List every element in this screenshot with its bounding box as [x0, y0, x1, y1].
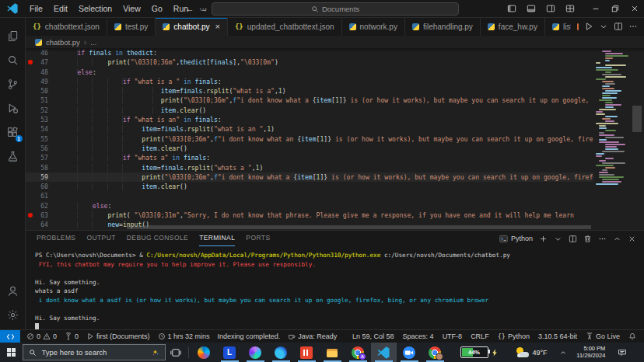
minimap[interactable]: [593, 48, 630, 230]
status-eol-sequence[interactable]: CRLF: [471, 332, 489, 340]
hidden-icons-button[interactable]: [558, 343, 569, 362]
panel-tab-debug-console[interactable]: DEBUG CONSOLE: [127, 231, 188, 246]
nav-back-button[interactable]: ←: [184, 0, 196, 17]
activity-run-and-debug[interactable]: [0, 96, 26, 120]
run-dropdown-button[interactable]: [599, 22, 608, 31]
remote-indicator[interactable]: [0, 330, 20, 343]
code-line[interactable]: 51 print("\033[0;36m",f"i dont know what…: [26, 96, 593, 105]
breakpoint-icon[interactable]: [28, 213, 33, 218]
breakpoint-gutter[interactable]: [26, 182, 34, 191]
code-line[interactable]: 49 if "what is a " in finals:: [26, 77, 593, 86]
vertical-scrollbar-thumb[interactable]: [632, 106, 642, 132]
code-line[interactable]: 59 print("\033[0;36m",f"i dont know what…: [26, 172, 593, 182]
code-line[interactable]: 46 if finals in thedict:: [26, 48, 593, 57]
status-ports[interactable]: 0: [65, 332, 79, 340]
code-line[interactable]: 61: [26, 191, 593, 200]
code-line[interactable]: 50 item=finals.rsplit("what is a",1): [26, 86, 593, 96]
tab-notwork.py[interactable]: notwork.py: [342, 17, 405, 36]
code-line[interactable]: 47 print("\033[0;36m",thedict[finals],"\…: [26, 57, 593, 67]
menu-selection[interactable]: Selection: [73, 0, 117, 17]
taskbar-app-designer[interactable]: [243, 343, 268, 362]
weather-widget[interactable]: 49°F: [516, 343, 548, 362]
status-notifications[interactable]: [628, 332, 636, 340]
panel-tab-output[interactable]: OUTPUT: [86, 231, 115, 246]
editor-more-actions-button[interactable]: [628, 22, 638, 31]
terminal-dropdown-button[interactable]: [554, 235, 562, 243]
tab-face_hw.py[interactable]: face_hw.py: [481, 17, 545, 36]
breakpoint-gutter[interactable]: [26, 144, 34, 153]
breakpoint-gutter[interactable]: [26, 86, 34, 96]
breakpoint-gutter[interactable]: [26, 96, 34, 105]
close-panel-button[interactable]: [628, 235, 636, 243]
activity-extensions[interactable]: 1: [0, 120, 26, 144]
status-problems[interactable]: 00: [26, 332, 57, 340]
breakpoint-gutter[interactable]: [26, 48, 34, 57]
breakpoint-gutter[interactable]: [26, 77, 34, 86]
kill-terminal-button[interactable]: [583, 235, 592, 243]
taskbar-app-file-explorer[interactable]: [320, 343, 345, 362]
taskbar-app-vscode[interactable]: [371, 343, 397, 362]
breakpoint-gutter[interactable]: [26, 115, 34, 124]
start-button[interactable]: [0, 343, 23, 362]
code-line[interactable]: 54 item=finals.rsplit("what is an ",1): [26, 124, 593, 134]
status-encoding[interactable]: UTF-8: [443, 332, 463, 340]
breakpoint-gutter[interactable]: [26, 201, 34, 211]
run-python-file-button[interactable]: [584, 22, 593, 31]
code-line[interactable]: 62 else:: [26, 201, 593, 211]
tab-filehandling.py[interactable]: filehandling.py: [405, 17, 481, 36]
tab-updated_chatbottext.json[interactable]: {}updated_chatbottext.json: [228, 17, 342, 36]
breakpoint-gutter[interactable]: [26, 220, 34, 229]
taskbar-app-edge[interactable]: [268, 343, 294, 362]
taskbar-app-chrome-profile-1[interactable]: A: [345, 343, 371, 362]
activity-explorer[interactable]: [0, 24, 26, 48]
panel-tab-problems[interactable]: PROBLEMS: [37, 231, 75, 246]
menu-file[interactable]: File: [24, 0, 48, 17]
breadcrumb-file[interactable]: chatbot.py: [46, 38, 80, 47]
code-line[interactable]: 52 item.clear(): [26, 106, 593, 115]
status-java-status[interactable]: Java: Ready: [288, 332, 337, 340]
restore-button[interactable]: [605, 0, 625, 17]
activity-testing[interactable]: [0, 144, 26, 169]
horizontal-scrollbar-thumb[interactable]: [127, 225, 591, 229]
panel-tab-ports[interactable]: PORTS: [246, 231, 270, 246]
activity-source-control[interactable]: [0, 72, 26, 96]
breakpoint-gutter[interactable]: [26, 153, 34, 162]
status-indentation[interactable]: Spaces: 4: [403, 332, 434, 340]
activity-search[interactable]: [0, 48, 26, 72]
status-language-mode[interactable]: {}Python: [498, 332, 530, 340]
taskbar-app-app-l[interactable]: L: [217, 343, 243, 362]
taskbar-search[interactable]: Type here to search: [23, 344, 166, 360]
split-editor-button[interactable]: [614, 22, 623, 31]
taskbar-app-zoom[interactable]: [397, 343, 422, 362]
taskbar-app-copilot[interactable]: [191, 343, 217, 362]
new-terminal-button[interactable]: [539, 235, 548, 243]
menu-go[interactable]: Go: [146, 0, 168, 17]
breakpoint-gutter[interactable]: [26, 172, 34, 182]
breakpoint-gutter[interactable]: [26, 57, 34, 67]
customize-layout-button[interactable]: [560, 0, 579, 17]
activity-accounts[interactable]: [0, 279, 26, 303]
taskbar-app-red-app[interactable]: [294, 343, 320, 362]
code-line[interactable]: 58 item=finals.rsplit("whats a ",1): [26, 163, 593, 172]
menu-view[interactable]: View: [117, 0, 146, 17]
menu-edit[interactable]: Edit: [48, 0, 73, 17]
terminal[interactable]: PS C:\Users\novsh\Documents> & C:/Users/…: [35, 251, 641, 330]
battery-widget[interactable]: 44%: [460, 343, 499, 362]
status-python-version[interactable]: 3.10.5 64-bit: [538, 332, 577, 340]
toggle-panel-button[interactable]: [521, 0, 541, 17]
breakpoint-gutter[interactable]: [26, 124, 34, 134]
status-go-live[interactable]: Go Live: [586, 332, 620, 340]
status-cursor-position[interactable]: Ln 59, Col 58: [352, 332, 394, 340]
breakpoint-gutter[interactable]: [26, 211, 34, 220]
command-center[interactable]: Documents: [212, 2, 459, 16]
tab-chatbot.py[interactable]: chatbot.py×: [156, 17, 228, 36]
status-indexing-status[interactable]: Indexing completed.: [218, 332, 281, 340]
toggle-secondary-sidebar-button[interactable]: [541, 0, 560, 17]
editor-code[interactable]: 46 if finals in thedict:47 print("\033[0…: [26, 48, 593, 230]
panel-tab-terminal[interactable]: TERMINAL: [199, 231, 235, 246]
taskbar-app-chrome-profile-2[interactable]: [422, 343, 448, 362]
toggle-primary-sidebar-button[interactable]: [502, 0, 521, 17]
close-button[interactable]: [625, 0, 644, 17]
tab-test.py[interactable]: test.py: [107, 17, 156, 36]
breakpoint-gutter[interactable]: [26, 191, 34, 200]
